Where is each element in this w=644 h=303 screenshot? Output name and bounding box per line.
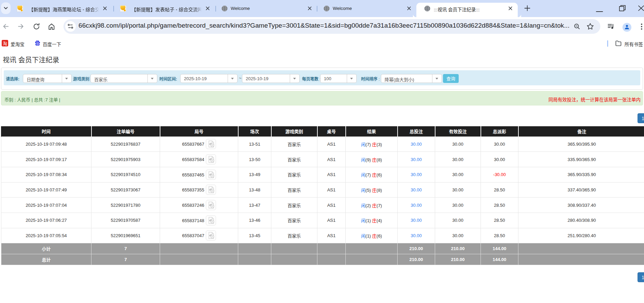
svg-text:淘: 淘 — [3, 40, 7, 46]
svg-text:du: du — [36, 43, 39, 45]
